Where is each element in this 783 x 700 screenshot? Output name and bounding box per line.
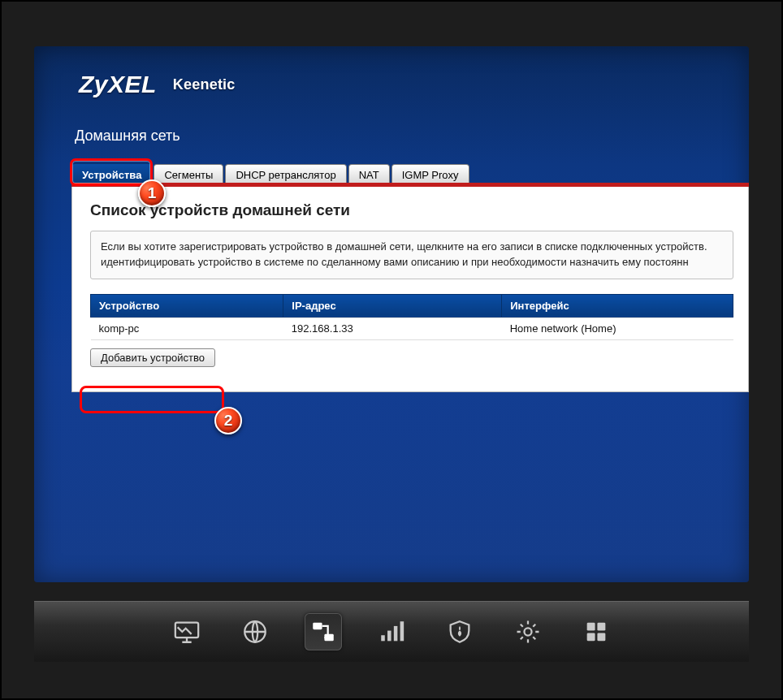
apps-icon[interactable]	[578, 613, 615, 650]
main-panel: ZyXELKeenetic Домашняя сеть Устройства С…	[34, 46, 749, 582]
cell-ip: 192.168.1.33	[283, 317, 502, 339]
tabs: Устройства Сегменты DHCP ретранслятор NA…	[71, 162, 471, 184]
svg-rect-5	[387, 631, 392, 642]
tab-nat[interactable]: NAT	[348, 164, 390, 184]
tab-devices[interactable]: Устройства	[71, 163, 152, 184]
svg-rect-9	[587, 623, 595, 631]
annotation-marker-2: 2	[214, 407, 242, 434]
add-device-button[interactable]: Добавить устройство	[90, 348, 215, 367]
svg-rect-4	[381, 635, 385, 641]
section-title: Список устройств домашней сети	[90, 201, 733, 219]
svg-rect-10	[597, 623, 605, 631]
shield-icon[interactable]	[441, 613, 478, 650]
brand-name: ZyXEL	[79, 71, 157, 97]
globe-icon[interactable]	[236, 613, 274, 650]
content-panel: Список устройств домашней сети Если вы х…	[71, 187, 749, 392]
svg-rect-11	[587, 633, 595, 641]
table-row[interactable]: komp-pc 192.168.1.33 Home network (Home)	[91, 317, 733, 339]
bottom-dock	[34, 601, 749, 662]
th-interface: Интерфейс	[502, 294, 733, 317]
svg-rect-7	[400, 621, 404, 641]
brand-logo: ZyXELKeenetic	[79, 71, 236, 98]
info-box: Если вы хотите зарегистрировать устройст…	[90, 231, 733, 279]
svg-rect-12	[597, 633, 605, 641]
gear-icon[interactable]	[509, 613, 547, 650]
tab-igmp-proxy[interactable]: IGMP Proxy	[392, 164, 469, 184]
network-icon[interactable]	[305, 613, 342, 650]
tab-dhcp-relay[interactable]: DHCP ретранслятор	[225, 164, 346, 184]
cell-device: komp-pc	[91, 317, 283, 339]
th-ip: IP-адрес	[283, 294, 502, 317]
tab-segments[interactable]: Сегменты	[154, 164, 223, 184]
svg-point-8	[524, 628, 531, 635]
monitor-icon[interactable]	[168, 613, 205, 650]
signal-icon[interactable]	[373, 613, 410, 650]
th-device: Устройство	[91, 294, 283, 317]
svg-rect-6	[394, 626, 398, 641]
devices-table: Устройство IP-адрес Интерфейс komp-pc 19…	[90, 294, 733, 340]
svg-rect-2	[313, 623, 322, 630]
page-title: Домашняя сеть	[75, 127, 180, 145]
cell-interface: Home network (Home)	[502, 317, 733, 339]
brand-model: Keenetic	[173, 76, 236, 93]
